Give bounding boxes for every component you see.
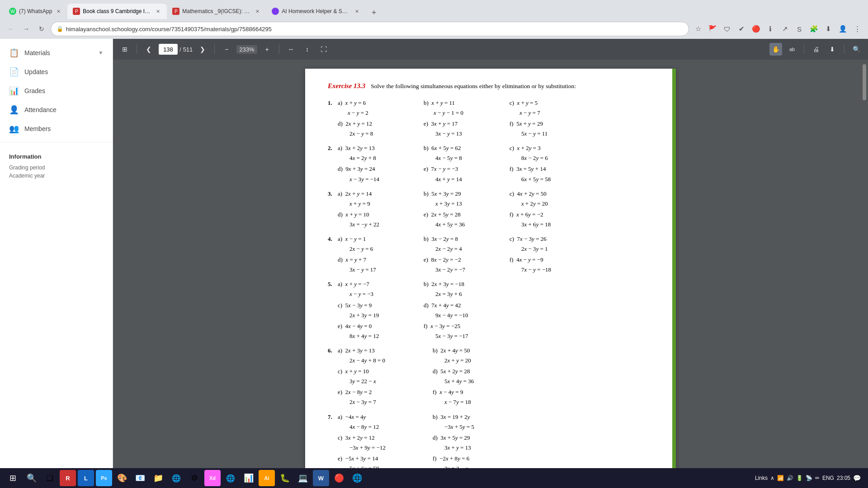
tab-close-ai[interactable]: ✕	[353, 8, 360, 15]
tab-label-whatsapp: (7) WhatsApp	[19, 8, 52, 14]
pdf-print[interactable]: 🖨	[810, 43, 822, 56]
taskbar-app-debug[interactable]: 🐛	[277, 470, 293, 486]
tray-battery-icon[interactable]: 🔋	[796, 475, 803, 481]
taskbar-app-mail[interactable]: 📧	[132, 470, 148, 486]
pdf-fit-height[interactable]: ↕	[301, 43, 314, 56]
antivirus-icon[interactable]: 🛡	[721, 23, 733, 35]
address-bar-row: ← → ↻ 🔒 himalayanschool.schoology.com/co…	[0, 19, 868, 39]
tab-close-math[interactable]: ✕	[254, 8, 261, 15]
sidebar: 📋 Materials ▼ 📄 Updates 📊 Grades 👤 Atten…	[0, 39, 113, 488]
back-button[interactable]: ←	[5, 23, 17, 35]
pdf-download[interactable]: ⬇	[826, 43, 839, 56]
taskbar-app-chrome[interactable]: 🌐	[222, 470, 239, 486]
taskbar-app-excel[interactable]: 📊	[241, 470, 257, 486]
tab-ai-helper[interactable]: AI Homework Helper & Solver ✕	[266, 4, 366, 19]
taskbar-app-browser2[interactable]: 🌐	[349, 470, 365, 486]
profile-icon[interactable]: 👤	[836, 23, 849, 35]
download-icon[interactable]: ⬇	[822, 23, 835, 35]
pdf-grid-button[interactable]: ⊞	[118, 43, 131, 56]
new-tab-button[interactable]: +	[368, 6, 380, 19]
pdf-next-page[interactable]: ❯	[196, 43, 209, 56]
scroll-indicator[interactable]	[863, 64, 866, 100]
address-security-icon: 🔒	[57, 26, 63, 32]
taskbar-app-r[interactable]: R	[60, 470, 76, 486]
taskbar-clock[interactable]: 23:05	[837, 474, 850, 482]
address-bar[interactable]: 🔒 himalayanschool.schoology.com/course/7…	[51, 22, 689, 36]
exercise-description: Solve the following simultaneous equatio…	[371, 82, 576, 91]
refresh-button[interactable]: ↻	[35, 23, 48, 35]
pdf-zoom-in[interactable]: +	[261, 43, 274, 56]
shield-icon[interactable]: 🚩	[706, 23, 719, 35]
tray-notification-icon[interactable]: 💬	[853, 474, 861, 482]
grading-period-info: Grading period Academic year	[9, 164, 104, 180]
tab-label-schoology-book: Book class 9 Cambridge IGCSE	[83, 8, 151, 14]
start-button[interactable]: ⊞	[4, 470, 22, 486]
tab-close-schoology-book[interactable]: ✕	[154, 8, 161, 15]
taskbar-taskview[interactable]: ❑	[42, 470, 58, 486]
tray-expand-icon[interactable]: ∧	[770, 475, 774, 481]
pdf-zoom-out[interactable]: −	[220, 43, 233, 56]
check-icon[interactable]: ✔	[735, 23, 748, 35]
question-6: 6. a) 2x + 3y = 13 2x − 4y + 8 = 0 b) 2x…	[328, 346, 653, 408]
tray-wifi-icon[interactable]: 📡	[806, 475, 812, 481]
tray-pen-icon[interactable]: ✏	[815, 475, 820, 481]
star-icon[interactable]: ☆	[692, 23, 704, 35]
attendance-label: Attendance	[24, 106, 57, 113]
pdf-prev-page[interactable]: ❮	[142, 43, 155, 56]
updates-label: Updates	[24, 68, 48, 75]
tray-network-icon[interactable]: 📶	[777, 475, 784, 481]
menu-icon[interactable]: ⋮	[851, 23, 863, 35]
pdf-page: Exercise 13.3 Solve the following simult…	[305, 69, 676, 479]
pdf-text-tool[interactable]: ab	[786, 43, 798, 56]
tab-close-whatsapp[interactable]: ✕	[55, 8, 62, 15]
tab-favicon-schoology: P	[73, 8, 80, 15]
green-sidebar-bar	[672, 69, 676, 479]
taskbar-app-ai[interactable]: Ai	[259, 470, 275, 486]
taskbar-app-settings[interactable]: ⚙	[186, 470, 203, 486]
tab-math-section[interactable]: P Mathematics _9(IGCSE): Section ✕	[167, 4, 266, 19]
share-icon[interactable]: ↗	[778, 23, 791, 35]
toolbar-separator-4	[804, 45, 804, 54]
extensions-icon[interactable]: 🧩	[807, 23, 820, 35]
tab-whatsapp[interactable]: W (7) WhatsApp ✕	[4, 4, 67, 19]
tray-links-text: Links	[755, 475, 768, 481]
pdf-toolbar: ⊞ ❮ / 511 ❯ − 233% + ↔ ↕ ⛶ ✋ ab 🖨 ⬇ 🔍	[113, 39, 868, 60]
taskbar-app-l[interactable]: L	[78, 470, 94, 486]
materials-label: Materials	[24, 49, 50, 56]
pdf-content-area[interactable]: Exercise 13.3 Solve the following simult…	[113, 60, 868, 488]
taskbar-app-explorer[interactable]: 📁	[150, 470, 166, 486]
pdf-hand-tool[interactable]: ✋	[769, 43, 782, 56]
tab-favicon-whatsapp: W	[9, 8, 16, 15]
s-icon[interactable]: S	[793, 23, 806, 35]
question-1: 1. a) x + y = 6 x − y = 2 b) x + y = 11 …	[328, 98, 653, 139]
taskbar-app-word[interactable]: W	[313, 470, 329, 486]
taskbar: ⊞ 🔍 ❑ R L Ps 🎨 📧 📁 🌐 ⚙ Xd 🌐 📊 Ai 🐛 💻 W 🔴…	[0, 468, 868, 488]
sidebar-item-members[interactable]: 👥 Members	[0, 119, 113, 138]
sidebar-item-materials[interactable]: 📋 Materials ▼	[0, 43, 113, 62]
info-icon[interactable]: ℹ	[764, 23, 777, 35]
tray-volume-icon[interactable]: 🔊	[787, 475, 793, 481]
materials-dropdown-icon: ▼	[98, 50, 104, 56]
taskbar-search[interactable]: 🔍	[24, 470, 40, 486]
forward-button[interactable]: →	[20, 23, 33, 35]
pdf-search[interactable]: 🔍	[850, 43, 863, 56]
taskbar-app-xd[interactable]: Xd	[204, 470, 221, 486]
taskbar-app-code[interactable]: 💻	[295, 470, 311, 486]
sidebar-info: Information Grading period Academic year	[0, 146, 113, 187]
pdf-fullscreen[interactable]: ⛶	[317, 43, 330, 56]
page-number-input[interactable]	[159, 44, 178, 55]
pdf-fit-width[interactable]: ↔	[285, 43, 297, 56]
taskbar-app-paint[interactable]: 🎨	[114, 470, 130, 486]
taskbar-app-red[interactable]: 🔴	[331, 470, 347, 486]
block-icon[interactable]: 🔴	[750, 23, 762, 35]
pdf-area: ⊞ ❮ / 511 ❯ − 233% + ↔ ↕ ⛶ ✋ ab 🖨 ⬇ 🔍	[113, 39, 868, 488]
sidebar-item-updates[interactable]: 📄 Updates	[0, 62, 113, 81]
grades-icon: 📊	[9, 86, 19, 96]
tab-schoology-book[interactable]: P Book class 9 Cambridge IGCSE ✕	[67, 4, 167, 19]
taskbar-app-edge[interactable]: 🌐	[168, 470, 184, 486]
sidebar-item-attendance[interactable]: 👤 Attendance	[0, 100, 113, 119]
sidebar-item-grades[interactable]: 📊 Grades	[0, 81, 113, 100]
taskbar-app-ps[interactable]: Ps	[96, 470, 112, 486]
toolbar-separator-3	[279, 45, 279, 54]
attendance-icon: 👤	[9, 105, 19, 115]
